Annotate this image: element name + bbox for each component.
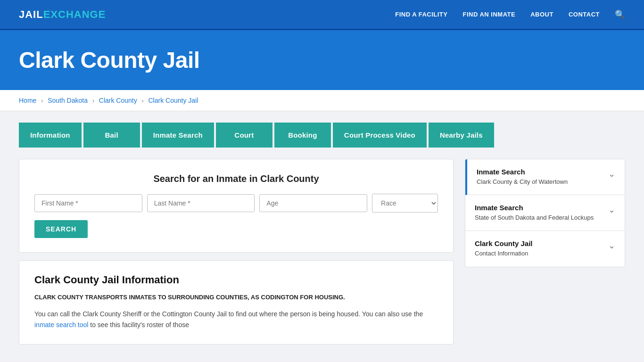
sidebar-item-sublabel-0: Clark County & City of Watertown xyxy=(477,178,568,186)
breadcrumb-south-dakota[interactable]: South Dakota xyxy=(48,97,88,104)
tab-court[interactable]: Court xyxy=(216,123,272,148)
tab-bail[interactable]: Bail xyxy=(83,123,140,148)
tab-court-process-video[interactable]: Court Process Video xyxy=(333,123,427,148)
sidebar-item-sublabel-2: Contact Information xyxy=(475,249,533,258)
info-card: Clark County Jail Information CLARK COUN… xyxy=(19,260,454,345)
search-card: Search for an Inmate in Clark County Rac… xyxy=(19,159,454,253)
first-name-input[interactable] xyxy=(34,194,142,212)
navbar: JAILEXCHANGE FIND A FACILITY FIND AN INM… xyxy=(0,0,644,30)
nav-find-facility[interactable]: FIND A FACILITY xyxy=(395,11,447,18)
search-title: Search for an Inmate in Clark County xyxy=(34,173,438,184)
logo-exchange: EXCHANGE xyxy=(43,8,106,21)
breadcrumb-sep-3: › xyxy=(142,98,144,104)
breadcrumb-clark-county[interactable]: Clark County xyxy=(99,97,137,104)
tabs-bar: Information Bail Inmate Search Court Boo… xyxy=(0,111,644,148)
sidebar-item-inmate-search-sd[interactable]: Inmate Search State of South Dakota and … xyxy=(465,195,625,231)
search-icon[interactable]: 🔍 xyxy=(615,9,625,20)
chevron-down-icon-2: ⌄ xyxy=(608,240,615,251)
tab-nearby-jails[interactable]: Nearby Jails xyxy=(429,123,494,148)
inmate-search-link[interactable]: inmate search tool xyxy=(34,321,88,329)
nav-find-inmate[interactable]: FIND AN INMATE xyxy=(462,11,515,18)
sidebar-item-text-clark: Inmate Search Clark County & City of Wat… xyxy=(477,168,568,186)
search-form: Race White Black Hispanic Asian Other xyxy=(34,194,438,213)
nav-contact[interactable]: CONTACT xyxy=(569,11,600,18)
sidebar-item-text-contact: Clark County Jail Contact Information xyxy=(475,239,533,258)
sidebar-item-sublabel-1: State of South Dakota and Federal Lockup… xyxy=(475,214,594,222)
nav-about[interactable]: ABOUT xyxy=(530,11,553,18)
info-warning: CLARK COUNTY TRANSPORTS INMATES TO SURRO… xyxy=(34,293,438,302)
last-name-input[interactable] xyxy=(147,194,255,212)
left-panel: Search for an Inmate in Clark County Rac… xyxy=(19,159,454,345)
sidebar-item-label-0: Inmate Search xyxy=(477,168,568,176)
age-input[interactable] xyxy=(259,194,367,212)
sidebar-card: Inmate Search Clark County & City of Wat… xyxy=(465,159,625,267)
breadcrumb-current: Clark County Jail xyxy=(148,97,198,104)
info-title: Clark County Jail Information xyxy=(34,274,438,286)
tab-inmate-search[interactable]: Inmate Search xyxy=(142,123,214,148)
sidebar-item-label-2: Clark County Jail xyxy=(475,239,533,247)
tab-booking[interactable]: Booking xyxy=(274,123,331,148)
site-logo[interactable]: JAILEXCHANGE xyxy=(19,8,106,21)
breadcrumb: Home › South Dakota › Clark County › Cla… xyxy=(0,90,644,111)
chevron-down-icon-0: ⌄ xyxy=(608,169,615,179)
breadcrumb-home[interactable]: Home xyxy=(19,97,36,104)
sidebar-item-inmate-search-clark[interactable]: Inmate Search Clark County & City of Wat… xyxy=(465,159,625,195)
main-content: Search for an Inmate in Clark County Rac… xyxy=(0,148,644,362)
chevron-down-icon-1: ⌄ xyxy=(608,205,615,215)
sidebar-item-text-sd: Inmate Search State of South Dakota and … xyxy=(475,204,594,222)
breadcrumb-sep-1: › xyxy=(41,98,43,104)
nav-links: FIND A FACILITY FIND AN INMATE ABOUT CON… xyxy=(395,9,625,20)
info-body-text2: to see this facility's roster of those xyxy=(90,321,189,329)
sidebar-item-contact-info[interactable]: Clark County Jail Contact Information ⌄ xyxy=(465,231,625,266)
logo-jail: JAIL xyxy=(19,8,43,21)
breadcrumb-sep-2: › xyxy=(92,98,94,104)
right-sidebar: Inmate Search Clark County & City of Wat… xyxy=(465,159,625,267)
search-button[interactable]: SEARCH xyxy=(34,220,88,238)
page-title: Clark County Jail xyxy=(19,47,625,73)
race-select[interactable]: Race White Black Hispanic Asian Other xyxy=(372,194,438,213)
info-body-text1: You can call the Clark County Sheriff or… xyxy=(34,310,423,318)
info-body: You can call the Clark County Sheriff or… xyxy=(34,309,438,331)
hero-section: Clark County Jail xyxy=(0,30,644,90)
tab-information[interactable]: Information xyxy=(19,123,82,148)
sidebar-item-label-1: Inmate Search xyxy=(475,204,594,212)
